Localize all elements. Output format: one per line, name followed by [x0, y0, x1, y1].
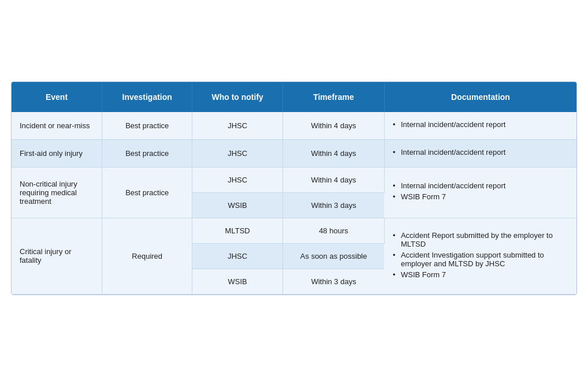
documentation-list: Internal incident/accident reportWSIB Fo… — [393, 181, 568, 201]
cell-notify: WSIB — [192, 192, 282, 218]
table-body: Incident or near-missBest practiceJHSCWi… — [12, 112, 576, 295]
header-notify: Who to notify — [192, 82, 282, 112]
documentation-list: Internal incident/accident report — [393, 120, 568, 129]
cell-documentation: Internal incident/accident reportWSIB Fo… — [384, 167, 576, 218]
table-header-row: Event Investigation Who to notify Timefr… — [12, 82, 576, 112]
cell-investigation: Best practice — [102, 139, 192, 167]
header-event: Event — [12, 82, 102, 112]
cell-documentation: Accident Report submitted by the employe… — [384, 218, 576, 294]
cell-notify: MLTSD — [192, 218, 282, 243]
documentation-item: Accident Investigation support submitted… — [393, 251, 568, 268]
documentation-item: Internal incident/accident report — [393, 148, 568, 157]
cell-documentation: Internal incident/accident report — [384, 112, 576, 140]
cell-notify: JHSC — [192, 243, 282, 269]
cell-timeframe: 48 hours — [282, 218, 384, 243]
cell-event: Non-critical injury requiring medical tr… — [12, 167, 102, 218]
documentation-item: WSIB Form 7 — [393, 270, 568, 279]
cell-notify: JHSC — [192, 167, 282, 192]
cell-timeframe: Within 4 days — [282, 167, 384, 192]
cell-timeframe: Within 3 days — [282, 192, 384, 218]
documentation-list: Accident Report submitted by the employe… — [393, 231, 568, 279]
cell-timeframe: Within 3 days — [282, 269, 384, 294]
cell-notify: JHSC — [192, 112, 282, 140]
documentation-item: WSIB Form 7 — [393, 192, 568, 201]
cell-timeframe: Within 4 days — [282, 139, 384, 167]
main-table-wrapper: Event Investigation Who to notify Timefr… — [11, 81, 577, 295]
cell-documentation: Internal incident/accident report — [384, 139, 576, 167]
cell-investigation: Best practice — [102, 112, 192, 140]
cell-timeframe: Within 4 days — [282, 112, 384, 140]
incident-table: Event Investigation Who to notify Timefr… — [12, 82, 576, 295]
documentation-item: Accident Report submitted by the employe… — [393, 231, 568, 248]
cell-timeframe: As soon as possible — [282, 243, 384, 269]
header-timeframe: Timeframe — [282, 82, 384, 112]
header-investigation: Investigation — [102, 82, 192, 112]
documentation-item: Internal incident/accident report — [393, 120, 568, 129]
table-row: Non-critical injury requiring medical tr… — [12, 167, 576, 192]
documentation-list: Internal incident/accident report — [393, 148, 568, 157]
cell-notify: WSIB — [192, 269, 282, 294]
documentation-item: Internal incident/accident report — [393, 181, 568, 190]
table-row: Incident or near-missBest practiceJHSCWi… — [12, 112, 576, 140]
cell-investigation: Best practice — [102, 167, 192, 218]
cell-event: Incident or near-miss — [12, 112, 102, 140]
table-row: Critical injury or fatalityRequiredMLTSD… — [12, 218, 576, 243]
cell-event: Critical injury or fatality — [12, 218, 102, 294]
cell-investigation: Required — [102, 218, 192, 294]
cell-notify: JHSC — [192, 139, 282, 167]
header-documentation: Documentation — [384, 82, 576, 112]
cell-event: First-aid only injury — [12, 139, 102, 167]
table-row: First-aid only injuryBest practiceJHSCWi… — [12, 139, 576, 167]
